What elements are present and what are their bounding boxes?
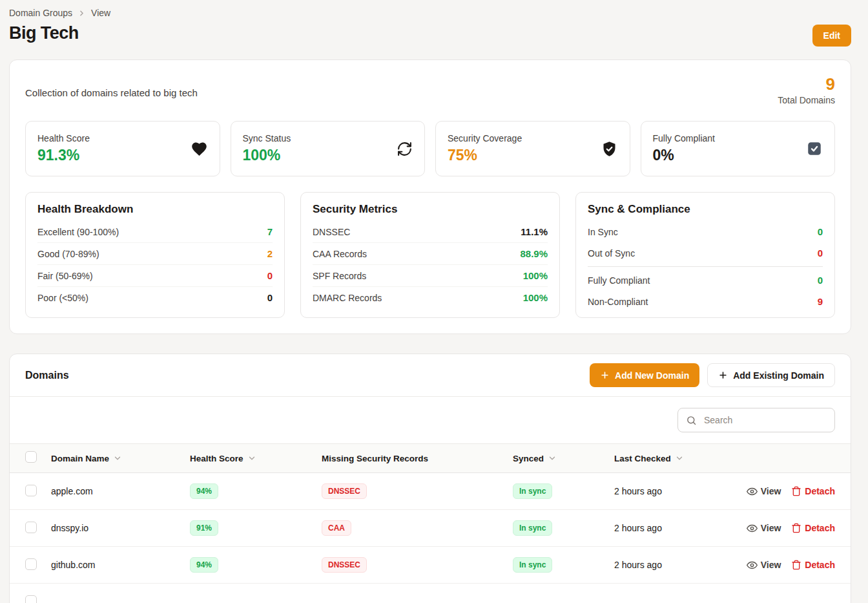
column-last-checked[interactable]: Last Checked <box>614 454 737 463</box>
health-score-badge: 94% <box>190 483 218 499</box>
metric-row: CAA Records 88.9% <box>313 243 548 265</box>
metric-row: DNSSEC 11.1% <box>313 221 548 243</box>
detach-button[interactable]: Detach <box>791 560 835 571</box>
metric-label: CAA Records <box>313 249 367 259</box>
checkbox-checked-icon <box>806 140 823 157</box>
column-health-score[interactable]: Health Score <box>190 454 322 463</box>
stat-card-sync-status: Sync Status 100% <box>231 121 426 176</box>
metric-value: 0 <box>818 226 823 237</box>
detach-button[interactable]: Detach <box>791 486 835 497</box>
metric-value: 100% <box>523 270 548 281</box>
button-label: Add New Domain <box>615 370 689 381</box>
sort-chevron-icon <box>548 454 557 463</box>
stat-value: 0% <box>653 147 715 164</box>
metric-label: Good (70-89%) <box>37 249 99 259</box>
select-all-checkbox[interactable] <box>25 451 37 463</box>
row-checkbox[interactable] <box>25 595 37 603</box>
button-label: Add Existing Domain <box>733 370 824 381</box>
metric-row: Excellent (90-100%) 7 <box>37 221 273 243</box>
metric-value: 0 <box>818 275 823 286</box>
breadcrumb: Domain Groups View <box>9 8 110 18</box>
sort-chevron-icon <box>675 454 684 463</box>
domain-name: apple.com <box>51 486 190 496</box>
domains-card: Domains Add New Domain Add Existing Doma… <box>9 354 851 603</box>
missing-record-badge: DNSSEC <box>322 483 367 499</box>
total-domains-label: Total Domains <box>778 95 835 105</box>
metric-label: DNSSEC <box>313 227 350 237</box>
stat-value: 75% <box>448 147 522 164</box>
metric-row: Non-Compliant 9 <box>588 291 823 312</box>
plus-icon <box>718 370 728 380</box>
stat-card-security-coverage: Security Coverage 75% <box>435 121 630 176</box>
stat-card-fully-compliant: Fully Compliant 0% <box>641 121 836 176</box>
edit-button[interactable]: Edit <box>812 25 851 47</box>
metric-label: Fair (50-69%) <box>37 271 93 281</box>
metric-row: Out of Sync 0 <box>588 242 823 264</box>
domain-name: github.com <box>51 560 190 570</box>
stat-label: Security Coverage <box>448 133 522 143</box>
search-icon <box>686 415 697 426</box>
stat-value: 91.3% <box>37 147 90 164</box>
table-row-partial <box>10 584 851 603</box>
metric-value: 100% <box>523 292 548 303</box>
missing-record-badge: DNSSEC <box>322 557 367 573</box>
view-button[interactable]: View <box>747 523 781 534</box>
table-header: Domain Name Health Score Missing Securit… <box>10 443 851 473</box>
column-label: Missing Security Records <box>322 454 428 463</box>
trash-icon <box>791 523 801 533</box>
page-title: Big Tech <box>9 23 110 43</box>
metric-row: Good (70-89%) 2 <box>37 243 273 265</box>
column-label: Last Checked <box>614 454 671 463</box>
add-new-domain-button[interactable]: Add New Domain <box>590 363 699 387</box>
sync-compliance-card: Sync & Compliance In Sync 0 Out of Sync … <box>575 192 835 318</box>
card-title: Health Breakdown <box>37 203 273 216</box>
row-checkbox[interactable] <box>25 558 37 570</box>
row-checkbox[interactable] <box>25 485 37 496</box>
column-domain-name[interactable]: Domain Name <box>51 454 190 463</box>
topbar: Domain Groups View Big Tech Edit <box>9 8 851 47</box>
health-breakdown-card: Health Breakdown Excellent (90-100%) 7 G… <box>25 192 285 318</box>
action-label: Detach <box>805 486 835 496</box>
stat-label: Fully Compliant <box>653 133 715 143</box>
column-synced[interactable]: Synced <box>513 454 614 463</box>
row-checkbox[interactable] <box>25 522 37 533</box>
metric-value: 11.1% <box>521 226 548 237</box>
breakdown-grid: Health Breakdown Excellent (90-100%) 7 G… <box>25 192 835 318</box>
metric-label: Out of Sync <box>588 248 635 259</box>
metric-value: 0 <box>267 292 273 303</box>
metric-row: DMARC Records 100% <box>313 287 548 308</box>
metric-label: In Sync <box>588 227 618 237</box>
metric-label: Non-Compliant <box>588 297 648 307</box>
metric-label: Poor (<50%) <box>37 293 88 303</box>
synced-badge: In sync <box>513 483 552 499</box>
domain-name: dnsspy.io <box>51 523 190 533</box>
divider <box>588 266 823 267</box>
breadcrumb-domain-groups[interactable]: Domain Groups <box>9 8 72 18</box>
detach-button[interactable]: Detach <box>791 523 835 534</box>
total-domains-value: 9 <box>778 76 835 93</box>
metric-value: 7 <box>267 226 273 237</box>
total-domains: 9 Total Domains <box>778 76 835 105</box>
stats-grid: Health Score 91.3% Sync Status 100% Se <box>25 121 835 176</box>
stat-value: 100% <box>243 147 291 164</box>
search-input[interactable] <box>703 414 827 426</box>
add-existing-domain-button[interactable]: Add Existing Domain <box>707 363 835 387</box>
column-label: Domain Name <box>51 454 109 463</box>
plus-icon <box>600 370 610 380</box>
metric-value: 2 <box>267 248 273 259</box>
table-row: github.com 94% DNSSEC In sync 2 hours ag… <box>10 547 851 584</box>
security-metrics-card: Security Metrics DNSSEC 11.1% CAA Record… <box>300 192 560 318</box>
view-button[interactable]: View <box>747 560 781 571</box>
last-checked: 2 hours ago <box>614 523 737 533</box>
search-box <box>677 408 835 432</box>
eye-icon <box>747 523 758 534</box>
synced-badge: In sync <box>513 557 552 573</box>
metric-label: DMARC Records <box>313 293 382 303</box>
shield-check-icon <box>601 140 618 158</box>
stat-label: Health Score <box>37 133 90 143</box>
action-label: View <box>761 486 781 496</box>
health-score-badge: 94% <box>190 557 218 573</box>
view-button[interactable]: View <box>747 486 781 497</box>
metric-value: 88.9% <box>520 248 548 259</box>
sort-chevron-icon <box>247 454 256 463</box>
